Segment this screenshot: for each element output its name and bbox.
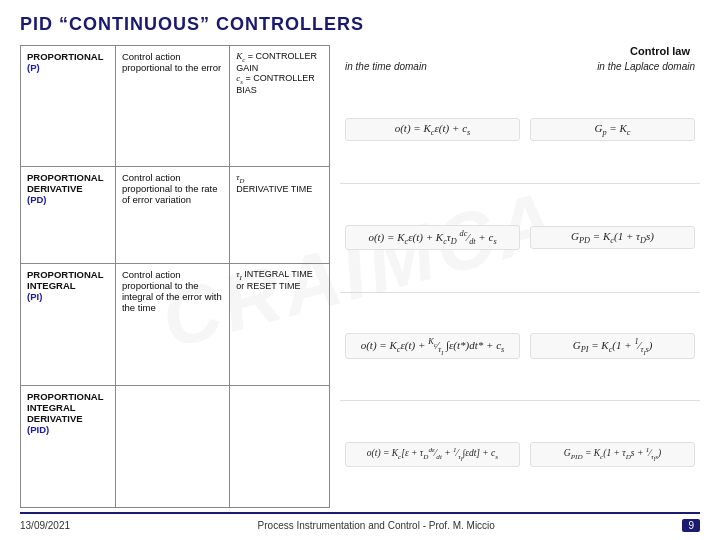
time-eq-pd: o(t) = Kcε(t) + KcτD dc⁄dt + cs <box>345 225 520 250</box>
laplace-eq-pi: GPI = Kc(1 + 1⁄τIs) <box>530 333 695 359</box>
content-area: PROPORTIONAL (P) Control action proporti… <box>20 45 700 508</box>
controller-desc-pid <box>115 386 229 508</box>
control-law-header: Control law <box>340 45 700 57</box>
controller-params-p: Kc = CONTROLLER GAIN cs = CONTROLLER BIA… <box>230 46 330 167</box>
eq-time-p: o(t) = Kcε(t) + cs <box>345 118 520 141</box>
controllers-table: PROPORTIONAL (P) Control action proporti… <box>20 45 330 508</box>
eq-laplace-pi: GPI = Kc(1 + 1⁄τIs) <box>530 333 695 359</box>
table-row: PROPORTIONAL (P) Control action proporti… <box>21 46 330 167</box>
controller-params-pd: τD DERIVATIVE TIME <box>230 166 330 263</box>
eq-row-pi: o(t) = Kcε(t) + Kc⁄τI ∫ε(t*)dt* + cs GPI… <box>340 293 700 401</box>
footer: 13/09/2021 Process Instrumentation and C… <box>20 512 700 532</box>
eq-row-pd: o(t) = Kcε(t) + KcτD dc⁄dt + cs GPD = Kc… <box>340 184 700 292</box>
table-row: PROPORTIONAL DERIVATIVE (PD) Control act… <box>21 166 330 263</box>
laplace-eq-pid: GPID = Kc(1 + τDs + 1⁄τIs) <box>530 442 695 466</box>
equations-area: o(t) = Kcε(t) + cs Gp = Kc o(t) = Kcε(t)… <box>340 76 700 508</box>
page-title: PID “CONTINUOUS” CONTROLLERS <box>20 14 700 35</box>
time-eq-pi: o(t) = Kcε(t) + Kc⁄τI ∫ε(t*)dt* + cs <box>345 333 520 359</box>
controller-desc-p: Control action proportional to the error <box>115 46 229 167</box>
eq-laplace-pd: GPD = Kc(1 + τDs) <box>530 226 695 249</box>
eq-laplace-p: Gp = Kc <box>530 118 695 141</box>
eq-time-pid: o(t) = Kc[ε + τDdε⁄dt + 1⁄τI∫εdt] + cs <box>345 442 520 466</box>
eq-time-pi: o(t) = Kcε(t) + Kc⁄τI ∫ε(t*)dt* + cs <box>345 333 520 359</box>
time-domain-label: in the time domain <box>345 61 427 72</box>
laplace-eq-p: Gp = Kc <box>530 118 695 141</box>
eq-laplace-pid: GPID = Kc(1 + τDs + 1⁄τIs) <box>530 442 695 466</box>
footer-course: Process Instrumentation and Control - Pr… <box>258 520 495 531</box>
right-area: Control law in the time domain in the La… <box>330 45 700 508</box>
domain-headers: in the time domain in the Laplace domain <box>340 61 700 72</box>
controller-name-pi: PROPORTIONAL INTEGRAL (PI) <box>21 264 116 386</box>
time-eq-p: o(t) = Kcε(t) + cs <box>345 118 520 141</box>
table-row: PROPORTIONAL INTEGRAL DERIVATIVE (PID) <box>21 386 330 508</box>
controller-desc-pd: Control action proportional to the rate … <box>115 166 229 263</box>
controller-desc-pi: Control action proportional to the integ… <box>115 264 229 386</box>
footer-page: 9 <box>682 519 700 532</box>
controller-params-pid <box>230 386 330 508</box>
controller-params-pi: τI INTEGRAL TIME or RESET TIME <box>230 264 330 386</box>
controller-name-p: PROPORTIONAL (P) <box>21 46 116 167</box>
eq-row-pid: o(t) = Kc[ε + τDdε⁄dt + 1⁄τI∫εdt] + cs G… <box>340 401 700 508</box>
laplace-domain-label: in the Laplace domain <box>597 61 695 72</box>
table-row: PROPORTIONAL INTEGRAL (PI) Control actio… <box>21 264 330 386</box>
laplace-eq-pd: GPD = Kc(1 + τDs) <box>530 226 695 249</box>
controller-name-pd: PROPORTIONAL DERIVATIVE (PD) <box>21 166 116 263</box>
page: PID “CONTINUOUS” CONTROLLERS PROPORTIONA… <box>0 0 720 540</box>
time-eq-pid: o(t) = Kc[ε + τDdε⁄dt + 1⁄τI∫εdt] + cs <box>345 442 520 466</box>
footer-date: 13/09/2021 <box>20 520 70 531</box>
eq-time-pd: o(t) = Kcε(t) + KcτD dc⁄dt + cs <box>345 225 520 250</box>
controller-name-pid: PROPORTIONAL INTEGRAL DERIVATIVE (PID) <box>21 386 116 508</box>
eq-row-p: o(t) = Kcε(t) + cs Gp = Kc <box>340 76 700 184</box>
